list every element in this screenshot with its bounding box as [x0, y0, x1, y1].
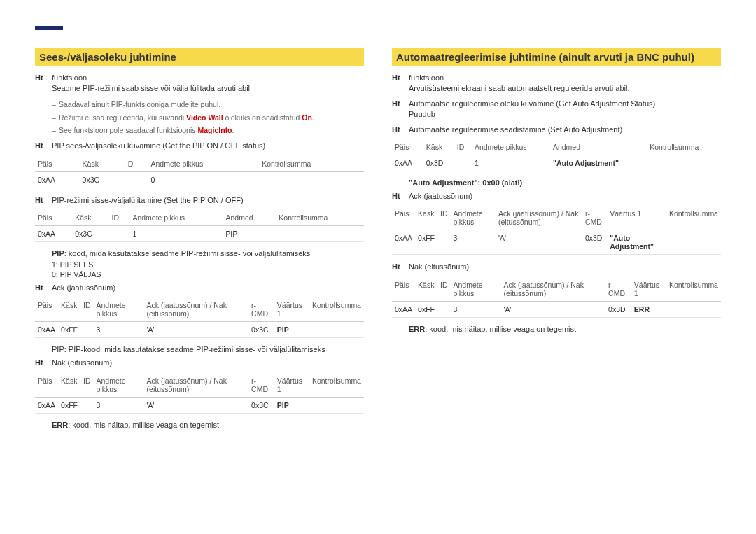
r-label-func: Ht	[392, 73, 409, 94]
err-desc-left: ERR: kood, mis näitab, millise veaga on …	[35, 421, 364, 429]
label-get: Ht	[35, 141, 52, 151]
notes-block: Saadaval ainult PIP-funktsiooniga mudeli…	[35, 99, 364, 136]
pip-valjas: 0: PIP VÄLJAS	[35, 270, 364, 279]
label-set: Ht	[35, 195, 52, 206]
auto-adj-note: "Auto Adjustment": 0x00 (alati)	[392, 178, 721, 187]
nak-title: Nak (eitussõnum)	[52, 358, 364, 368]
r-func-block: funktsioon Arvutisüsteemi ekraani saab a…	[409, 73, 721, 94]
ack-title: Ack (jaatussõnum)	[52, 283, 364, 293]
get-table: Päis Käsk ID Andmete pikkus Kontrollsumm…	[35, 156, 364, 188]
func-desc: Seadme PIP-režiimi saab sisse või välja …	[52, 84, 252, 92]
r-set-title: Automaatse reguleerimise seadistamine (S…	[409, 125, 721, 135]
r-label-get: Ht	[392, 99, 409, 120]
left-heading: Sees-/väljasoleku juhtimine	[35, 48, 364, 66]
pip-desc2: PIP: PIP-kood, mida kasutatakse seadme P…	[35, 345, 364, 353]
label-func: Ht	[35, 73, 52, 94]
note-3: See funktsioon pole saadaval funktsiooni…	[52, 125, 364, 136]
r-ack-title: Ack (jaatussõnum)	[409, 191, 721, 202]
r-func-desc: Arvutisüsteemi ekraani saab automaatselt…	[409, 84, 630, 92]
note-1: Saadaval ainult PIP-funktsiooniga mudeli…	[52, 99, 364, 111]
r-ack-table: Päis Käsk ID Andmete pikkus Ack (jaatuss…	[392, 206, 721, 255]
err-desc-right: ERR: kood, mis näitab, millise veaga on …	[392, 325, 721, 333]
r-get-title: Automaatse reguleerimise oleku kuvamine …	[409, 99, 655, 108]
label-ack: Ht	[35, 283, 52, 293]
right-column: Automaatregleerimise juhtimine (ainult a…	[392, 48, 721, 432]
right-heading: Automaatregleerimise juhtimine (ainult a…	[392, 48, 721, 66]
top-separator	[35, 28, 721, 34]
set-title: PIP-režiimi sisse-/väljalülitamine (Set …	[52, 195, 364, 206]
r-label-ack: Ht	[392, 191, 409, 202]
nak-table: Päis Käsk ID Andmete pikkus Ack (jaatuss…	[35, 373, 364, 414]
magicinfo-text: MagicInfo	[197, 126, 232, 134]
r-label-set: Ht	[392, 125, 409, 135]
r-nak-title: Nak (eitussõnum)	[409, 262, 721, 272]
get-title: PIP sees-/väljasoleku kuvamine (Get the …	[52, 141, 364, 151]
r-set-table: Päis Käsk ID Andmete pikkus Andmed Kontr…	[392, 139, 721, 171]
r-nak-table: Päis Käsk ID Andmete pikkus Ack (jaatuss…	[392, 277, 721, 318]
pip-sees: 1: PIP SEES	[35, 260, 364, 269]
func-title: funktsioon	[52, 73, 87, 82]
content-columns: Sees-/väljasoleku juhtimine Ht funktsioo…	[35, 48, 721, 432]
r-label-nak: Ht	[392, 262, 409, 272]
func-block: funktsioon Seadme PIP-režiimi saab sisse…	[52, 73, 364, 94]
r-func-title: funktsioon	[409, 73, 444, 82]
left-column: Sees-/väljasoleku juhtimine Ht funktsioo…	[35, 48, 364, 432]
r-get-block: Automaatse reguleerimise oleku kuvamine …	[409, 99, 721, 120]
ack-table: Päis Käsk ID Andmete pikkus Ack (jaatuss…	[35, 297, 364, 338]
note-2: Režiimi ei saa reguleerida, kui suvandi …	[52, 112, 364, 124]
video-wall-text: Video Wall	[186, 113, 223, 122]
label-nak: Ht	[35, 358, 52, 368]
set-table: Päis Käsk ID Andmete pikkus Andmed Kontr…	[35, 210, 364, 242]
on-text: On	[302, 113, 312, 122]
r-get-none: Puudub	[409, 110, 435, 118]
pip-desc: PIP: PIP: kood, mida kasutatakse seadme …	[35, 249, 364, 258]
